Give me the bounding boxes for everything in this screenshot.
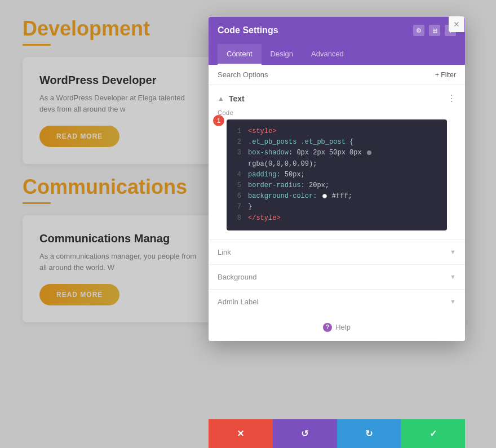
code-line-8: 8 </style> [233,213,440,224]
link-accordion: Link ▼ [209,239,465,264]
modal-help-section: ? Help [209,314,465,341]
code-settings-modal: Code Settings ⚙ ⊞ ⋮ Content Design Advan… [209,17,465,341]
tab-content[interactable]: Content [218,44,262,65]
modal-close-button[interactable]: ✕ [449,16,464,32]
modal-layout-icon[interactable]: ⊞ [429,25,440,36]
code-editor[interactable]: 1 <style> 2 .et_pb_posts .et_pb_post { 3… [227,119,447,230]
admin-label-accordion: Admin Label ▼ [209,289,465,314]
link-accordion-title: Link [218,248,231,256]
admin-label-chevron-icon: ▼ [450,298,456,305]
code-line-7: 7 } [233,202,440,212]
background-chevron-icon: ▼ [450,273,456,280]
tab-advanced[interactable]: Advanced [302,44,353,65]
text-section-menu-icon[interactable]: ⋮ [447,93,456,104]
filter-button[interactable]: + Filter [435,71,456,79]
modal-tabs: Content Design Advanced [209,44,465,65]
tab-design[interactable]: Design [262,44,302,65]
code-line-5: 5 border-radius: 20px; [233,180,440,191]
text-section: ▲ Text ⋮ Code 1 1 <style> 2 .et [209,85,465,230]
modal-body: ▲ Text ⋮ Code 1 1 <style> 2 .et [209,85,465,341]
modal-search-bar: + Filter [209,65,465,85]
code-label: Code [209,109,465,119]
help-icon: ? [323,323,332,332]
code-line-3: 3 box-shadow: 0px 2px 50px 0px rgba(0,0,… [233,148,440,169]
modal-header: Code Settings ⚙ ⊞ ⋮ [209,17,465,44]
link-chevron-icon: ▼ [450,249,456,255]
cancel-button[interactable]: ✕ [209,419,273,448]
undo-button[interactable]: ↺ [273,419,337,448]
code-editor-wrapper: 1 1 <style> 2 .et_pb_posts .et_pb_post {… [218,119,456,230]
background-accordion-header[interactable]: Background ▼ [209,265,465,289]
modal-title: Code Settings [218,25,278,36]
save-button[interactable]: ✓ [401,419,465,448]
text-section-header[interactable]: ▲ Text ⋮ [209,85,465,109]
text-section-title: Text [229,94,245,103]
background-accordion-title: Background [218,273,256,281]
filter-label: + Filter [435,71,456,79]
admin-label-accordion-header[interactable]: Admin Label ▼ [209,290,465,314]
code-line-2: 2 .et_pb_posts .et_pb_post { [233,137,440,148]
text-section-collapse-icon: ▲ [218,95,224,103]
code-line-1: 1 <style> [233,126,440,137]
modal-settings-icon[interactable]: ⚙ [413,25,424,36]
background-accordion: Background ▼ [209,264,465,289]
help-link[interactable]: ? Help [218,323,456,332]
text-section-left: ▲ Text [218,94,245,103]
admin-label-accordion-title: Admin Label [218,298,258,306]
help-label: Help [335,323,351,331]
code-line-4: 4 padding: 50px; [233,170,440,180]
redo-button[interactable]: ↻ [337,419,401,448]
code-line-6: 6 background-color: #fff; [233,191,440,202]
search-input[interactable] [218,70,435,79]
bg-color-dot [322,194,327,198]
shadow-color-dot [367,150,371,155]
code-badge: 1 [213,115,224,126]
link-accordion-header[interactable]: Link ▼ [209,240,465,264]
modal-footer: ✕ ↺ ↻ ✓ [209,419,465,448]
